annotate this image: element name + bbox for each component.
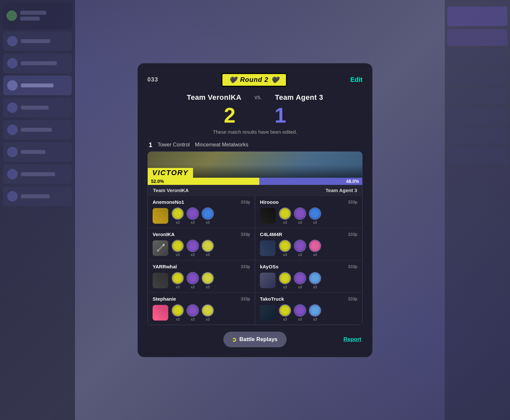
player-points: 333p xyxy=(348,200,357,204)
player-points: 333p xyxy=(241,200,250,204)
player-content: x3 x3 x3 xyxy=(260,240,357,257)
player-points: 333p xyxy=(241,296,250,301)
player-points: 333p xyxy=(241,264,250,269)
vs-label: vs. xyxy=(254,94,262,101)
main-ability-icon xyxy=(187,240,199,252)
bg-right-panel xyxy=(445,0,510,420)
player-header: VeronIKA 333p xyxy=(153,232,250,237)
modal-header: 033 🖤 Round 2 🖤 Edit xyxy=(147,73,363,87)
ability-count: x3 xyxy=(298,285,302,289)
abilities-row: x3 x3 x3 xyxy=(279,207,321,224)
ability-group: x3 xyxy=(294,240,306,257)
main-ability-icon xyxy=(279,240,291,252)
player-name: YARRwhal xyxy=(153,264,177,269)
bg-sidebar xyxy=(0,0,75,420)
main-ability-icon xyxy=(202,272,214,284)
bar-yellow-pct: 52.0% xyxy=(151,179,164,184)
player-name: AnemoneNo1 xyxy=(153,199,184,205)
player-points: 333p xyxy=(348,232,357,237)
main-ability-icon xyxy=(294,207,306,220)
main-ability-icon xyxy=(187,304,199,317)
player-content: x3 x3 x3 xyxy=(260,304,357,321)
ability-group: x3 xyxy=(172,272,184,289)
teams-header: Team VeronIKA Team Agent 3 xyxy=(148,185,362,196)
weapon-icon xyxy=(260,273,276,288)
player-name: Hiroooo xyxy=(260,199,279,205)
player-content: x3 x3 x3 xyxy=(260,272,357,289)
abilities-row: x3 x3 xyxy=(172,207,214,224)
abilities-row: x3 x3 x3 xyxy=(172,304,214,321)
player-header: TakoTruck 333p xyxy=(260,296,357,302)
team2-header: Team Agent 3 xyxy=(325,188,357,193)
player-name: C4L4M4R xyxy=(260,232,282,237)
main-ability-icon xyxy=(294,272,306,284)
weapon-icon xyxy=(153,273,168,288)
ability-group: x3 xyxy=(309,304,321,321)
victory-label: VICTORY xyxy=(148,168,193,178)
ability-count: x3 xyxy=(313,220,317,224)
ability-group: x3 xyxy=(294,272,306,289)
progress-bar: 52.0% 48.0% xyxy=(148,178,362,185)
svg-point-3 xyxy=(163,244,165,246)
report-button[interactable]: Report xyxy=(343,336,361,343)
player-name: TakoTruck xyxy=(260,296,284,302)
player-content: x3 x3 x3 xyxy=(153,240,250,257)
player-name: Stephanie xyxy=(153,296,176,302)
abilities-row: x3 x3 x3 xyxy=(172,240,214,257)
ability-group: x3 xyxy=(172,207,184,224)
ability-count: x3 xyxy=(191,253,195,257)
weapon-icon xyxy=(260,240,276,256)
ability-count: x3 xyxy=(176,317,180,321)
ability-group: x3 xyxy=(187,207,199,224)
player-name: VeronIKA xyxy=(153,232,175,237)
player-content: x3 x3 x3 xyxy=(260,207,357,224)
battle-replays-button[interactable]: ↄ Battle Replays xyxy=(223,332,287,347)
ability-count: x3 xyxy=(298,220,302,224)
match-result-modal: 033 🖤 Round 2 🖤 Edit Team VeronIKA vs. T… xyxy=(138,63,372,357)
ability-group: x3 xyxy=(279,240,291,257)
main-ability-icon xyxy=(279,207,291,220)
player-content: x3 x3 xyxy=(153,207,250,224)
player-content: x3 x3 x3 xyxy=(153,272,250,289)
player-content: x3 x3 x3 xyxy=(153,304,250,321)
main-ability-icon xyxy=(172,240,184,252)
svg-line-1 xyxy=(159,246,163,250)
game-section: 1 Tower Control Mincemeat Metalworks VIC… xyxy=(147,141,363,325)
edit-button[interactable]: Edit xyxy=(350,76,363,83)
ability-group: x3 xyxy=(187,240,199,257)
player-points: 333p xyxy=(348,296,357,301)
ability-count: x3 xyxy=(313,253,317,257)
battle-replays-label: Battle Replays xyxy=(239,336,278,343)
team1-score: 2 xyxy=(224,105,235,126)
player-header: AnemoneNo1 333p xyxy=(153,199,250,205)
team2-score: 1 xyxy=(275,105,286,126)
main-ability-icon xyxy=(187,207,199,220)
main-ability-icon xyxy=(172,272,184,284)
player-card: Hiroooo 333p x3 x3 xyxy=(255,196,362,228)
player-points: 333p xyxy=(241,232,250,237)
ability-group: x3 xyxy=(187,272,199,289)
team1-name: Team VeronIKA xyxy=(187,93,241,102)
ability-group: x3 xyxy=(202,207,214,224)
main-ability-icon xyxy=(187,272,199,284)
bar-purple: 48.0% xyxy=(259,178,362,185)
score-section: Team VeronIKA vs. Team Agent 3 2 1 These… xyxy=(147,93,363,135)
ability-count: x3 xyxy=(206,285,210,289)
player-header: Stephanie 333p xyxy=(153,296,250,302)
main-ability-icon xyxy=(202,207,214,220)
team2-name: Team Agent 3 xyxy=(275,93,323,102)
ability-group: x3 xyxy=(187,304,199,321)
round-label: Round 2 xyxy=(240,76,268,83)
ability-count: x3 xyxy=(283,253,287,257)
round-badge: 🖤 Round 2 🖤 xyxy=(221,73,287,87)
ability-count: x3 xyxy=(313,317,317,321)
player-header: Hiroooo 333p xyxy=(260,199,357,205)
ability-group: x3 xyxy=(279,207,291,224)
player-card: TakoTruck 333p x3 x3 xyxy=(255,292,362,325)
game-map: Mincemeat Metalworks xyxy=(195,142,248,148)
edited-notice: These match results have been edited. xyxy=(147,129,363,135)
ability-count: x3 xyxy=(313,285,317,289)
bar-yellow: 52.0% xyxy=(148,178,259,185)
player-name: kAyOSs xyxy=(260,264,278,269)
replay-icon: ↄ xyxy=(232,336,236,343)
